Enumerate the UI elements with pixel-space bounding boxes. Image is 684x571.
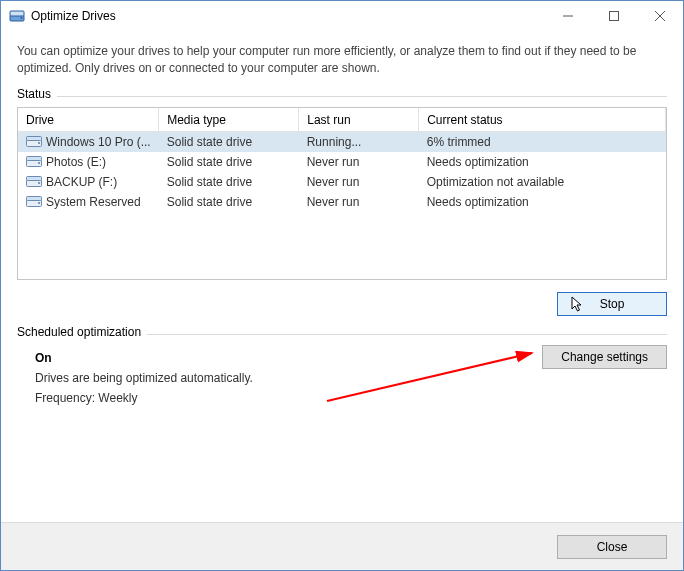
svg-rect-4 [610, 12, 619, 21]
content-area: You can optimize your drives to help you… [1, 31, 683, 419]
close-window-button[interactable] [637, 1, 683, 31]
table-row[interactable]: System ReservedSolid state driveNever ru… [18, 192, 666, 212]
bottom-bar: Close [1, 522, 683, 570]
svg-point-9 [38, 142, 40, 144]
last-run: Running... [299, 132, 419, 153]
drive-icon [26, 156, 42, 168]
status-group: Status [17, 96, 667, 97]
scheduled-body: On Drives are being optimized automatica… [17, 345, 667, 419]
current-status: 6% trimmed [419, 132, 666, 153]
table-header-row: Drive Media type Last run Current status [18, 108, 666, 132]
drives-table: Drive Media type Last run Current status… [18, 108, 666, 213]
scheduled-freq: Frequency: Weekly [35, 391, 667, 405]
status-label: Status [17, 87, 57, 101]
last-run: Never run [299, 192, 419, 212]
scheduled-label: Scheduled optimization [17, 325, 147, 339]
svg-rect-11 [27, 157, 42, 161]
stop-button[interactable]: Stop [557, 292, 667, 316]
media-type: Solid state drive [159, 132, 299, 153]
svg-point-2 [21, 17, 23, 19]
current-status: Optimization not available [419, 172, 666, 192]
drives-listview[interactable]: Drive Media type Last run Current status… [17, 107, 667, 280]
svg-rect-14 [27, 177, 42, 181]
maximize-button[interactable] [591, 1, 637, 31]
svg-rect-8 [27, 137, 42, 141]
svg-point-12 [38, 162, 40, 164]
titlebar: Optimize Drives [1, 1, 683, 31]
last-run: Never run [299, 172, 419, 192]
col-status[interactable]: Current status [419, 108, 666, 132]
intro-text: You can optimize your drives to help you… [17, 43, 667, 78]
scheduled-desc: Drives are being optimized automatically… [35, 371, 667, 385]
drive-icon [26, 196, 42, 208]
window-title: Optimize Drives [31, 9, 116, 23]
col-drive[interactable]: Drive [18, 108, 159, 132]
minimize-button[interactable] [545, 1, 591, 31]
close-button[interactable]: Close [557, 535, 667, 559]
drive-icon [26, 176, 42, 188]
table-row[interactable]: Photos (E:)Solid state driveNever runNee… [18, 152, 666, 172]
drive-name: Photos (E:) [46, 155, 106, 169]
svg-point-15 [38, 182, 40, 184]
drive-name: BACKUP (F:) [46, 175, 117, 189]
app-icon [9, 8, 25, 24]
svg-rect-17 [27, 197, 42, 201]
media-type: Solid state drive [159, 172, 299, 192]
table-row[interactable]: Windows 10 Pro (...Solid state driveRunn… [18, 132, 666, 153]
media-type: Solid state drive [159, 192, 299, 212]
scheduled-group: Scheduled optimization [17, 334, 667, 335]
table-row[interactable]: BACKUP (F:)Solid state driveNever runOpt… [18, 172, 666, 192]
current-status: Needs optimization [419, 192, 666, 212]
drive-name: System Reserved [46, 195, 141, 209]
svg-rect-1 [10, 11, 24, 16]
last-run: Never run [299, 152, 419, 172]
svg-point-18 [38, 202, 40, 204]
action-button-row: Stop [17, 292, 667, 316]
current-status: Needs optimization [419, 152, 666, 172]
drive-name: Windows 10 Pro (... [46, 135, 151, 149]
col-lastrun[interactable]: Last run [299, 108, 419, 132]
media-type: Solid state drive [159, 152, 299, 172]
drive-icon [26, 136, 42, 148]
col-media[interactable]: Media type [159, 108, 299, 132]
change-settings-button[interactable]: Change settings [542, 345, 667, 369]
